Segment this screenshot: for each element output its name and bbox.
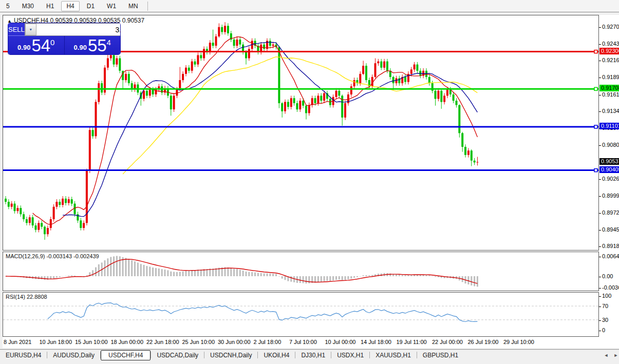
- price-tick-mark: [599, 95, 601, 95]
- price-tick: 0.89180: [602, 243, 619, 249]
- rsi-tick-mark: [599, 331, 601, 331]
- sell-price-main: 54: [31, 37, 50, 54]
- buy-price-pip: 4: [107, 38, 111, 47]
- macd-indicator-panel[interactable]: MACD(12,26,9) -0.003143 -0.002439: [3, 252, 599, 291]
- rsi-tick-mark: [599, 320, 601, 321]
- tab-usdchf-h4[interactable]: USDCHF,H4: [101, 350, 151, 360]
- buy-price-prefix: 0.90: [74, 44, 87, 51]
- macd-label: MACD(12,26,9) -0.003143 -0.002439: [6, 253, 99, 259]
- date-label: 8 Jun 2021: [4, 339, 31, 345]
- date-label: 22 Jun 18:00: [146, 339, 179, 345]
- tab-usdcnh-daily[interactable]: USDCNH,Daily: [204, 351, 257, 360]
- rsi-tick-mark: [599, 296, 601, 297]
- price-badge-0.91708: 0.91708: [599, 85, 619, 91]
- price-tick-mark: [599, 78, 601, 78]
- price-tick: 0.89450: [602, 226, 619, 233]
- price-tick-mark: [599, 145, 601, 146]
- price-badge-0.90405: 0.90405: [599, 166, 619, 173]
- timeframe-button-h4[interactable]: H4: [61, 1, 79, 11]
- timeframe-button-mn[interactable]: MN: [123, 1, 143, 11]
- sell-price-pip: 0: [50, 38, 54, 47]
- price-tick: 0.91615: [602, 91, 619, 98]
- volume-spinner: ▾ ▴: [25, 23, 120, 36]
- date-label: 15 Jun 10:00: [75, 339, 108, 345]
- buy-price[interactable]: 0.90 55 4: [65, 36, 121, 54]
- date-label: 7 Jul 10:00: [289, 339, 317, 345]
- price-tick: 0.92430: [602, 41, 619, 47]
- tab-scroll-left-icon[interactable]: ◄: [602, 351, 610, 359]
- price-tick-mark: [599, 27, 601, 28]
- timeframe-button-d1[interactable]: D1: [82, 1, 100, 11]
- price-tick-mark: [599, 230, 601, 231]
- date-label: 10 Jul 00:00: [325, 339, 356, 345]
- rsi-tick: 100: [602, 293, 611, 299]
- price-badge-0.91101: 0.91101: [599, 123, 619, 129]
- date-label: 2 Jul 18:00: [254, 339, 282, 345]
- price-badge-0.92306: 0.92306: [599, 48, 619, 54]
- rsi-label: RSI(14) 22.8808: [6, 294, 47, 300]
- sell-button[interactable]: SELL: [8, 23, 25, 36]
- volume-input[interactable]: [36, 24, 120, 35]
- price-tick-mark: [599, 61, 601, 61]
- one-click-trading-widget: SELL ▾ ▴ BUY 0.90 54 0 0.90: [8, 23, 120, 54]
- tab-ukoil-h4[interactable]: UKOil,H4: [258, 351, 295, 360]
- date-label: 22 Jul 00:00: [432, 339, 463, 345]
- tab-usdcad-daily[interactable]: USDCAD,Daily: [151, 351, 204, 360]
- tab-scroll-right-icon[interactable]: ►: [612, 351, 619, 359]
- price-badge-0.90537: 0.90537: [599, 158, 619, 165]
- price-tick: 0.92700: [602, 24, 619, 30]
- price-tick-mark: [599, 44, 601, 45]
- sell-price-prefix: 0.90: [17, 44, 30, 51]
- tab-eurusd-h4[interactable]: EURUSD,H4: [0, 351, 47, 360]
- rsi-indicator-panel[interactable]: RSI(14) 22.8808: [3, 292, 599, 337]
- price-tick: 0.91890: [602, 74, 619, 80]
- macd-tick: 0.00: [602, 273, 613, 279]
- price-chart-panel[interactable]: ▲USDCHF,H4 0.90539 0.90539 0.90535 0.905…: [3, 15, 599, 251]
- rsi-chart[interactable]: [3, 293, 598, 336]
- rsi-tick-mark: [599, 306, 601, 307]
- timeframe-button-m30[interactable]: M30: [17, 1, 39, 11]
- price-tick-mark: [599, 179, 601, 180]
- price-tick: 0.89720: [602, 209, 619, 216]
- tab-audusd-daily[interactable]: AUDUSD,Daily: [47, 351, 100, 360]
- price-axis[interactable]: 0.927000.924300.921600.918900.916150.913…: [599, 15, 619, 337]
- trading-platform-window: 5M30H1H4D1W1MN ▲USDCHF,H4 0.90539 0.9053…: [0, 0, 619, 364]
- date-label: 26 Jul 19:00: [468, 339, 499, 345]
- macd-tick: -0.0036: [602, 284, 619, 291]
- macd-tick-mark: [599, 257, 601, 257]
- price-tick-mark: [599, 196, 601, 197]
- timeframe-button-h1[interactable]: H1: [41, 1, 59, 11]
- timeframe-button-5[interactable]: 5: [1, 1, 15, 11]
- toolbar-separator: [147, 2, 148, 11]
- chart-window: ▲USDCHF,H4 0.90539 0.90539 0.90535 0.905…: [3, 15, 619, 348]
- price-tick: 0.90265: [602, 176, 619, 182]
- rsi-tick: 30: [602, 317, 608, 323]
- price-tick: 0.91345: [602, 108, 619, 114]
- price-tick-mark: [599, 246, 601, 247]
- date-label: 29 Jul 10:00: [503, 339, 534, 345]
- rsi-tick: 0: [602, 327, 605, 333]
- date-label: 30 Jun 00:00: [218, 339, 251, 345]
- tab-xauusd-h1[interactable]: XAUUSD,H1: [370, 351, 417, 360]
- date-label: 10 Jun 18:00: [40, 339, 72, 345]
- date-label: 25 Jun 10:00: [182, 339, 215, 345]
- rsi-tick: 70: [602, 303, 608, 309]
- macd-tick-mark: [599, 288, 601, 289]
- tab-usdx-h1[interactable]: USDX,H1: [331, 351, 369, 360]
- sell-price[interactable]: 0.90 54 0: [8, 36, 65, 54]
- timeframe-toolbar: 5M30H1H4D1W1MN: [0, 0, 619, 12]
- price-tick-mark: [599, 111, 601, 112]
- date-label: 19 Jul 11:00: [397, 339, 427, 345]
- timeframe-button-w1[interactable]: W1: [102, 1, 121, 11]
- tab-gbpusd-h1[interactable]: GBPUSD,H1: [417, 351, 464, 360]
- tab-dj30-h1[interactable]: DJ30,H1: [295, 351, 331, 360]
- macd-tick-mark: [599, 277, 601, 277]
- buy-price-main: 55: [88, 37, 107, 54]
- date-axis[interactable]: 8 Jun 202110 Jun 18:0015 Jun 10:0018 Jun…: [3, 337, 599, 348]
- price-tick-mark: [599, 213, 601, 214]
- date-label: 18 Jun 00:00: [111, 339, 144, 345]
- volume-decrease-icon[interactable]: ▾: [25, 24, 36, 35]
- price-tick: 0.92160: [602, 57, 619, 63]
- symbol-tab-bar: EURUSD,H4AUDUSD,DailyUSDCHF,H4USDCAD,Dai…: [0, 349, 619, 360]
- macd-tick: 0.006455: [602, 253, 619, 259]
